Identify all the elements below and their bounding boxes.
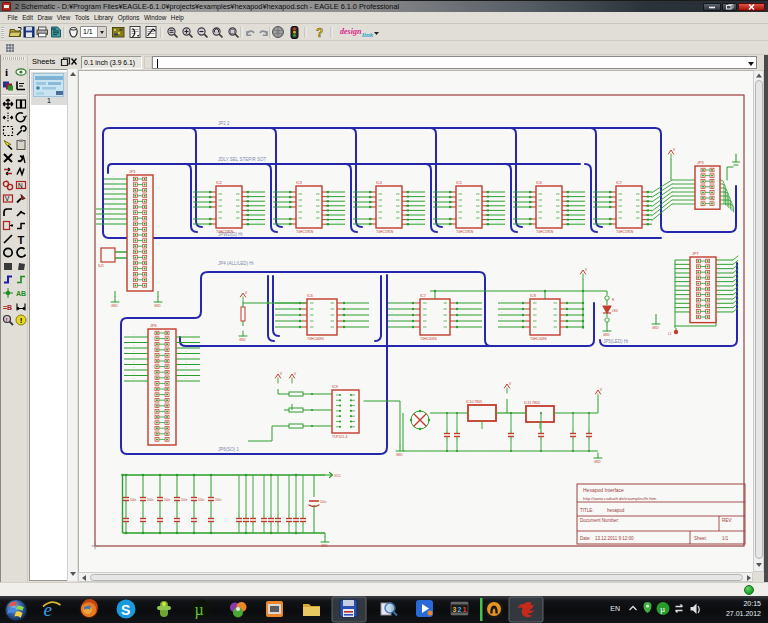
taskbar-folder-icon[interactable] xyxy=(303,604,320,616)
tool-dimension-button[interactable] xyxy=(17,304,25,311)
taskbar-messenger-icon[interactable] xyxy=(157,601,171,617)
use-button[interactable] xyxy=(130,27,140,38)
menu-library[interactable]: Library xyxy=(93,12,114,24)
tool-name-button[interactable]: N xyxy=(17,182,26,189)
tool-show-button[interactable] xyxy=(16,69,26,75)
taskbar-media-icon[interactable] xyxy=(230,602,247,618)
tool-invoke-button[interactable] xyxy=(4,222,14,230)
tray-expand-icon[interactable] xyxy=(630,607,637,611)
taskbar-firefox-icon[interactable] xyxy=(80,599,99,619)
title-bar[interactable]: 2 Schematic - D:¥Program Files¥EAGLE-6.1… xyxy=(0,0,768,12)
taskbar-search-icon[interactable] xyxy=(381,603,397,616)
taskbar-mpc-icon[interactable]: 321 xyxy=(451,602,468,615)
schematic-canvas[interactable]: JP2 2JDLY SEL STEP/R SOTJPWD(D) HiJP4 (A… xyxy=(78,70,754,572)
tool-replace-button[interactable] xyxy=(3,180,12,190)
taskbar-utorrent-icon[interactable]: µ xyxy=(192,600,211,619)
sheet-selector-combo[interactable]: 1/1 xyxy=(80,26,107,38)
taskbar-skype-icon[interactable]: S xyxy=(117,600,136,619)
tool-wire2-button[interactable] xyxy=(17,224,25,229)
trafficlight-button[interactable] xyxy=(291,27,298,39)
tool-net-button[interactable] xyxy=(17,277,25,283)
zoom-in-button[interactable] xyxy=(183,28,193,38)
start-button[interactable] xyxy=(5,599,27,621)
tool-change-button[interactable] xyxy=(17,126,26,135)
undo-button[interactable] xyxy=(247,31,254,35)
tool-arc-button[interactable] xyxy=(17,248,25,257)
command-splitter[interactable] xyxy=(144,56,152,69)
board-button[interactable] xyxy=(113,28,125,38)
script-button[interactable] xyxy=(146,27,156,38)
menu-help[interactable]: Help xyxy=(170,12,185,24)
tool-mark-button[interactable] xyxy=(17,82,25,90)
ulp-button[interactable] xyxy=(70,28,77,37)
tool-add-button[interactable] xyxy=(18,155,25,163)
tool-attribute-button[interactable]: =B xyxy=(3,304,12,311)
tool-rect-button[interactable] xyxy=(4,263,12,270)
tool-miter-button[interactable] xyxy=(4,209,12,216)
tool-wire-button[interactable] xyxy=(4,235,12,243)
tray-utorrent-icon[interactable]: µ xyxy=(657,602,670,615)
tool-group-button[interactable] xyxy=(4,127,13,136)
save-button[interactable] xyxy=(24,27,34,37)
menu-view[interactable]: View xyxy=(56,12,72,24)
stop-button[interactable] xyxy=(273,27,284,38)
tool-pinswap-button[interactable] xyxy=(4,168,12,175)
open-button[interactable] xyxy=(9,28,21,37)
tool-split-button[interactable] xyxy=(17,211,25,216)
command-dropdown-icon[interactable] xyxy=(748,62,754,66)
menu-window[interactable]: Window xyxy=(143,12,167,24)
taskbar-floppy-icon[interactable] xyxy=(340,600,357,617)
close-button[interactable] xyxy=(738,3,765,11)
tool-cut-button[interactable] xyxy=(4,141,12,150)
close-panel-icon[interactable] xyxy=(72,59,77,65)
tray-volume-icon[interactable] xyxy=(691,604,700,615)
sheet-item-1[interactable]: 1 xyxy=(31,72,67,105)
tool-junction-button[interactable] xyxy=(3,288,13,298)
menu-options[interactable]: Options xyxy=(117,12,141,24)
tool-circle-button[interactable] xyxy=(4,248,12,256)
tool-text-button[interactable]: T xyxy=(18,234,25,246)
tool-copy-button[interactable] xyxy=(17,100,26,108)
taskbar-ie-icon[interactable]: e xyxy=(43,599,61,620)
tray-language[interactable]: EN xyxy=(610,605,620,612)
tool-gateswap-button[interactable] xyxy=(17,169,24,175)
print-button[interactable] xyxy=(37,27,48,37)
horizontal-scrollbar[interactable] xyxy=(78,572,753,582)
tool-value-button[interactable]: V xyxy=(4,195,13,202)
tool-label-button[interactable]: AB xyxy=(16,290,26,297)
tool-display-button[interactable] xyxy=(3,82,13,91)
redo-button[interactable] xyxy=(260,31,267,35)
maximize-button[interactable] xyxy=(722,3,737,11)
zoom-redraw-button[interactable] xyxy=(213,28,223,38)
tool-move-button[interactable] xyxy=(3,99,13,109)
taskbar-aimp-icon[interactable] xyxy=(485,600,504,619)
tray-sync-icon[interactable] xyxy=(676,605,683,613)
menu-tools[interactable]: Tools xyxy=(74,12,91,24)
minimize-button[interactable] xyxy=(703,3,721,11)
float-panel-icon[interactable] xyxy=(62,58,70,66)
help-button[interactable]: ? xyxy=(316,26,323,40)
menu-edit[interactable]: Edit xyxy=(21,12,34,24)
zoom-out-button[interactable] xyxy=(198,28,208,38)
menu-draw[interactable]: Draw xyxy=(37,12,54,24)
tool-errors-button[interactable]: ! xyxy=(16,315,26,325)
cam-button[interactable] xyxy=(52,27,61,37)
designlink-button[interactable]: designlink xyxy=(340,27,379,39)
tool-mirror-button[interactable] xyxy=(3,113,13,123)
taskbar-player-icon[interactable] xyxy=(416,600,433,617)
tray-clock[interactable]: 20:15 27.01.2012 xyxy=(726,599,761,619)
tool-delete-button[interactable] xyxy=(4,154,12,162)
sheets-scrollbar[interactable] xyxy=(67,69,77,581)
tool-paste-button[interactable] xyxy=(17,140,25,150)
grid-button[interactable] xyxy=(4,43,16,54)
taskbar-vmware-icon[interactable] xyxy=(266,601,283,617)
tool-info-button[interactable]: i xyxy=(5,66,8,78)
tool-erc-button[interactable]: ! xyxy=(4,316,14,326)
command-input[interactable] xyxy=(152,56,757,69)
vertical-scrollbar[interactable] xyxy=(753,70,764,572)
tray-antivirus-icon[interactable] xyxy=(644,602,652,613)
tool-rotate-button[interactable] xyxy=(16,113,26,122)
zoom-fit-button[interactable] xyxy=(168,28,178,38)
tool-smash-button[interactable] xyxy=(17,195,25,203)
menu-file[interactable]: File xyxy=(7,12,19,24)
